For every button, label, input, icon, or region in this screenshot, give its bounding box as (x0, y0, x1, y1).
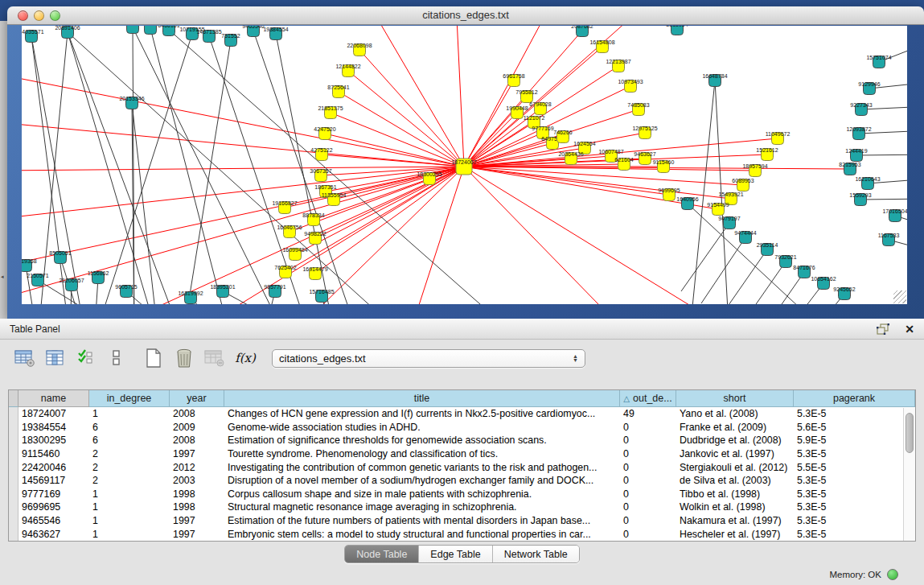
scrollbar-thumb[interactable] (906, 413, 914, 453)
canvas-resize-grip[interactable] (893, 290, 906, 303)
select-column-icon[interactable] (45, 348, 66, 369)
zoom-window-button[interactable] (50, 10, 60, 21)
table-row[interactable]: 946362711997Embryonic stem cells: a mode… (9, 527, 915, 541)
table-row[interactable]: 969969511998Structural magnetic resonanc… (9, 501, 915, 514)
cell-title: Investigating the contribution of common… (224, 460, 620, 474)
column-header-out_degree[interactable]: △out_de... (620, 390, 676, 407)
new-table-icon[interactable] (143, 348, 164, 369)
column-header-short[interactable]: short (676, 390, 794, 407)
table-selector-dropdown[interactable]: citations_edges.txt ▲▼ (272, 349, 585, 368)
table-vertical-scrollbar[interactable] (903, 408, 915, 541)
citation-edge-red[interactable] (22, 167, 464, 299)
column-header-year[interactable]: year (170, 390, 224, 407)
citation-edge-red[interactable] (22, 122, 464, 167)
window-title: citations_edges.txt (7, 6, 924, 24)
cell-year: 1997 (170, 447, 224, 461)
graph-node-label: 10973493 (618, 79, 643, 84)
table-row[interactable]: 2242004622012Investigating the contribut… (9, 460, 915, 474)
citation-edge-black[interactable] (721, 249, 767, 304)
table-row[interactable]: 1830029562008Estimation of significance … (9, 434, 915, 447)
citation-edge-red[interactable] (339, 92, 464, 167)
table-row[interactable]: 911546021997Tourette syndrome. Phenomeno… (9, 447, 915, 461)
table-row[interactable]: 977716911998Corpus callosum shape and si… (9, 488, 915, 501)
citation-edge-black[interactable] (701, 237, 745, 303)
cell-short: Dudbridge et al. (2008) (676, 434, 794, 447)
citation-edge-black[interactable] (860, 199, 907, 200)
graph-node[interactable] (145, 26, 157, 35)
graph-node[interactable] (127, 26, 139, 34)
table-row[interactable]: 1456911722003Disruption of a novel membe… (9, 474, 915, 488)
citation-edge-black[interactable] (689, 80, 715, 304)
float-panel-icon[interactable] (873, 319, 893, 340)
graph-node-label: 2150571 (27, 273, 48, 278)
column-header-title[interactable]: title (224, 390, 620, 407)
citation-edge-black[interactable] (150, 28, 231, 304)
graph-node-label: 16099484 (282, 247, 307, 253)
select-rows-checklist-icon[interactable] (76, 348, 97, 369)
minimize-window-button[interactable] (34, 10, 44, 21)
window-titlebar[interactable]: citations_edges.txt (7, 6, 924, 25)
dropdown-arrows-icon: ▲▼ (573, 354, 578, 362)
row-gutter (9, 447, 18, 461)
close-window-button[interactable] (18, 10, 28, 21)
column-header-pagerank[interactable]: pagerank (794, 390, 915, 407)
cell-title: Embryonic stem cells: a model to study s… (224, 527, 620, 541)
cell-title: Disruption of a novel member of a sodium… (224, 474, 620, 488)
graph-node-label: 1121072 (524, 115, 545, 121)
panel-collapse-handle[interactable]: ◂ (1, 274, 4, 280)
cell-pagerank: 5.6E-5 (794, 421, 915, 435)
table-row[interactable]: 1872400712008Changes of HCN gene express… (9, 407, 915, 421)
graph-node-label: 7955812 (515, 89, 537, 95)
network-canvas[interactable]: 1872400722068098121448228725641218513754… (22, 26, 907, 304)
graph-node-label: 17016504 (882, 208, 907, 214)
function-builder-icon[interactable]: f(x) (235, 348, 256, 369)
graph-node-label: 21851375 (318, 105, 343, 111)
citation-edge-black[interactable] (688, 204, 834, 304)
column-header-name[interactable]: name (18, 390, 89, 407)
citation-edge-black[interactable] (223, 291, 311, 304)
citation-edge-black[interactable] (741, 262, 786, 304)
tab-network-table[interactable]: Network Table (493, 546, 579, 562)
cell-short: Hescheler et al. (1997) (676, 527, 794, 541)
citation-edge-black[interactable] (856, 154, 907, 155)
cell-pagerank: 5.3E-5 (794, 488, 915, 501)
citation-edge-red[interactable] (22, 167, 464, 171)
citation-edge-red[interactable] (456, 26, 464, 167)
graph-node-label: 4247520 (314, 126, 335, 132)
table-row[interactable]: 1938455462009Genome-wide association stu… (9, 421, 915, 435)
citation-edge-black[interactable] (681, 223, 729, 291)
cell-year: 2003 (170, 474, 224, 488)
citation-edge-red[interactable] (334, 167, 464, 200)
column-header-in_degree[interactable]: in_degree (89, 390, 170, 407)
citation-edge-black[interactable] (762, 272, 804, 304)
citation-edge-red[interactable] (464, 167, 743, 185)
row-gutter (9, 488, 18, 501)
side-panel-collapsed[interactable]: ◂ (0, 21, 7, 319)
cell-short: Tibbo et al. (1998) (676, 488, 794, 501)
graph-node-label: 1521612 (756, 147, 778, 153)
delete-table-icon[interactable] (174, 348, 195, 369)
tab-node-table[interactable]: Node Table (345, 546, 419, 562)
cell-name: 18724007 (18, 407, 89, 421)
cell-title: Estimation of the future numbers of pati… (224, 514, 620, 528)
cell-short: de Silva et al. (2003) (676, 474, 794, 488)
cell-pagerank: 5.3E-5 (794, 527, 915, 541)
cell-short: Jankovic et al. (1997) (676, 447, 794, 461)
citation-edge-red[interactable] (464, 167, 745, 304)
graph-node-label: 1640956 (676, 196, 698, 202)
citation-edge-red[interactable] (22, 167, 464, 219)
citation-edge-red[interactable] (368, 26, 464, 167)
citation-edge-red[interactable] (348, 71, 464, 167)
citation-edge-red[interactable] (464, 167, 669, 195)
graph-node-label: 11355954 (322, 192, 347, 198)
citation-edge-red[interactable] (464, 167, 633, 304)
graph-node-label: 4275122 (310, 147, 332, 153)
tab-edge-table[interactable]: Edge Table (419, 546, 492, 562)
citation-edge-red[interactable] (464, 167, 731, 199)
citation-edge-black[interactable] (133, 27, 287, 304)
close-panel-icon[interactable]: ✕ (905, 323, 914, 335)
memory-status-label: Memory: OK (829, 570, 881, 579)
table-settings-icon[interactable] (14, 348, 35, 369)
table-row[interactable]: 946554611997Estimation of the future num… (9, 514, 915, 528)
row-height-icon[interactable] (106, 348, 127, 369)
